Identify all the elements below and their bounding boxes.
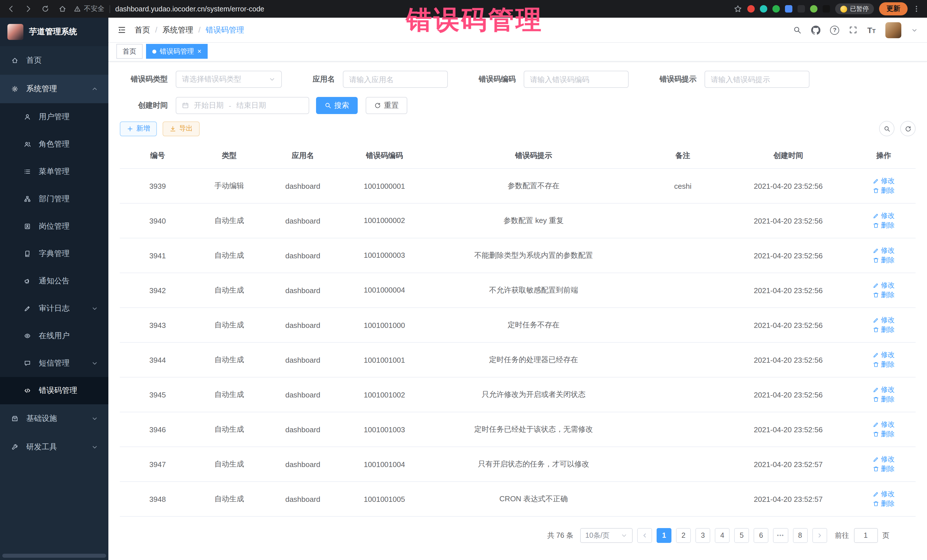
page-button[interactable]: 2: [676, 528, 691, 543]
close-icon[interactable]: ×: [198, 48, 201, 55]
tab-home[interactable]: 首页: [116, 44, 143, 59]
page-button[interactable]: 4: [715, 528, 729, 543]
app-logo[interactable]: 芋道管理系统: [0, 18, 108, 46]
delete-link[interactable]: 删除: [873, 221, 895, 231]
sidebar-item-audit-logs[interactable]: 审计日志: [0, 295, 108, 322]
chevron-down-icon[interactable]: [911, 27, 918, 33]
sidebar-item-online-users[interactable]: 在线用户: [0, 322, 108, 349]
help-icon[interactable]: ?: [830, 25, 839, 35]
extension-icon[interactable]: [823, 5, 830, 12]
tags-view-bar: 首页 错误码管理 ×: [108, 43, 927, 62]
paused-badge[interactable]: 已暂停: [835, 3, 874, 14]
url-text[interactable]: dashboard.yudao.iocoder.cn/system/error-…: [115, 5, 264, 13]
breadcrumb-home[interactable]: 首页: [135, 25, 150, 35]
filter-label-type: 错误码类型: [120, 74, 168, 84]
edit-link[interactable]: 修改: [873, 176, 895, 186]
sidebar-toggle-icon[interactable]: [117, 26, 126, 34]
col-header: 创建时间: [725, 143, 852, 168]
prev-page-button[interactable]: [637, 528, 652, 543]
add-button[interactable]: 新增: [120, 121, 157, 136]
edit-link[interactable]: 修改: [873, 246, 895, 255]
edit-link[interactable]: 修改: [873, 350, 895, 360]
extension-icon[interactable]: [760, 5, 767, 12]
extension-icon[interactable]: [798, 5, 805, 12]
browser-menu-icon[interactable]: [913, 5, 920, 12]
delete-link[interactable]: 删除: [873, 360, 895, 370]
sidebar-item-infrastructure[interactable]: 基础设施: [0, 404, 108, 433]
emoji-icon: [840, 5, 847, 12]
sidebar-item-dev-tools[interactable]: 研发工具: [0, 433, 108, 461]
chevron-down-icon: [91, 305, 98, 312]
edit-link[interactable]: 修改: [873, 281, 895, 290]
sidebar-item-posts[interactable]: 岗位管理: [0, 213, 108, 240]
bookmark-star-icon[interactable]: [734, 5, 742, 13]
search-button[interactable]: 搜索: [316, 97, 358, 114]
total-count: 共 76 条: [547, 531, 573, 540]
home-icon[interactable]: [58, 5, 67, 13]
sidebar-item-home[interactable]: 首页: [0, 46, 108, 75]
sidebar-item-system[interactable]: 系统管理: [0, 75, 108, 103]
page-button[interactable]: 8: [793, 528, 807, 543]
search-icon[interactable]: [793, 26, 802, 34]
more-pages-button[interactable]: •••: [773, 528, 788, 543]
delete-link[interactable]: 删除: [873, 429, 895, 439]
breadcrumb-system[interactable]: 系统管理: [163, 25, 193, 35]
font-size-icon[interactable]: TT: [868, 26, 876, 34]
end-date-placeholder: 结束日期: [237, 100, 266, 111]
forward-icon[interactable]: [24, 5, 32, 13]
edit-link[interactable]: 修改: [873, 454, 895, 464]
security-warning[interactable]: 不安全: [74, 4, 104, 14]
sidebar-item-dicts[interactable]: 字典管理: [0, 240, 108, 267]
delete-link[interactable]: 删除: [873, 255, 895, 265]
next-page-button[interactable]: [812, 528, 827, 543]
extension-icon[interactable]: [747, 5, 755, 12]
extension-icon[interactable]: [772, 5, 780, 12]
update-button[interactable]: 更新: [879, 2, 907, 15]
fullscreen-icon[interactable]: [849, 26, 858, 34]
app-name-input[interactable]: [343, 71, 448, 88]
error-hint-input[interactable]: [705, 71, 810, 88]
page-size-select[interactable]: 10条/页: [580, 528, 633, 543]
sidebar-scrollbar[interactable]: [2, 554, 106, 558]
sidebar-item-notices[interactable]: 通知公告: [0, 267, 108, 295]
delete-link[interactable]: 删除: [873, 186, 895, 196]
page-button[interactable]: 5: [734, 528, 749, 543]
table-header-row: 编号 类型 应用名 错误码编码 错误码提示 备注 创建时间 操作: [120, 143, 916, 169]
delete-link[interactable]: 删除: [873, 395, 895, 404]
delete-link[interactable]: 删除: [873, 499, 895, 509]
back-icon[interactable]: [7, 5, 15, 13]
reload-icon[interactable]: [41, 5, 50, 13]
error-type-select[interactable]: 请选择错误码类型: [176, 71, 282, 88]
col-header: 错误码提示: [426, 143, 641, 168]
date-range-picker[interactable]: 开始日期 - 结束日期: [176, 97, 309, 114]
sidebar-item-roles[interactable]: 角色管理: [0, 131, 108, 158]
error-code-input[interactable]: [524, 71, 629, 88]
extension-icon[interactable]: [785, 5, 792, 12]
edit-link[interactable]: 修改: [873, 385, 895, 395]
user-avatar[interactable]: [885, 22, 901, 38]
sidebar-item-departments[interactable]: 部门管理: [0, 185, 108, 213]
show-search-button[interactable]: [879, 121, 895, 136]
page-button[interactable]: 6: [754, 528, 768, 543]
sidebar-item-menus[interactable]: 菜单管理: [0, 158, 108, 185]
edit-link[interactable]: 修改: [873, 316, 895, 325]
delete-link[interactable]: 删除: [873, 464, 895, 474]
sidebar-item-users[interactable]: 用户管理: [0, 103, 108, 131]
sidebar-item-error-codes[interactable]: 错误码管理: [0, 377, 108, 404]
tab-error-codes[interactable]: 错误码管理 ×: [146, 44, 208, 59]
address-bar[interactable]: 不安全 dashboard.yudao.iocoder.cn/system/er…: [74, 4, 727, 14]
edit-link[interactable]: 修改: [873, 211, 895, 221]
refresh-button[interactable]: [900, 121, 916, 136]
export-button[interactable]: 导出: [163, 121, 200, 136]
page-button[interactable]: 1: [656, 528, 672, 543]
extension-icon[interactable]: [810, 5, 818, 12]
sidebar-item-sms[interactable]: 短信管理: [0, 349, 108, 377]
github-icon[interactable]: [812, 25, 821, 35]
edit-link[interactable]: 修改: [873, 489, 895, 499]
goto-page-input[interactable]: [854, 528, 878, 543]
edit-link[interactable]: 修改: [873, 420, 895, 429]
delete-link[interactable]: 删除: [873, 325, 895, 335]
reset-button[interactable]: 重置: [366, 97, 407, 114]
delete-link[interactable]: 删除: [873, 290, 895, 300]
page-button[interactable]: 3: [695, 528, 710, 543]
